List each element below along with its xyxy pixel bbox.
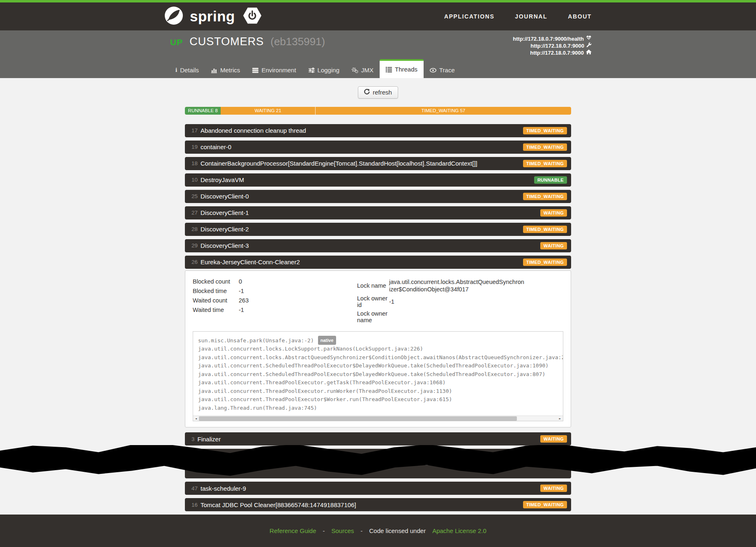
stacktrace-line: java.lang.Thread.run(Thread.java:745) [198,404,563,413]
summary-segment-runnable: RUNNABLE 8 [185,107,221,115]
horizontal-scrollbar[interactable]: ◄ ► [193,415,563,421]
application-title: UP CUSTOMERS (eb135991) [164,35,325,48]
thread-state-badge: WAITING [540,485,567,492]
thread-id: 10 [191,177,198,183]
thread-state-badge: TIMED_WAITING [523,160,567,167]
reference-guide-link[interactable]: Reference Guide [270,527,316,534]
thread-id: 25 [191,193,198,199]
thread-name: Abandoned connection cleanup thread [201,127,523,134]
thread-state-badge: WAITING [540,242,567,249]
thread-state-badge: WAITING [540,435,567,443]
thread-row[interactable]: 18 ContainerBackgroundProcessor[Standard… [185,157,571,170]
thread-id: 26 [191,259,198,265]
thread-state-badge: TIMED_WAITING [523,258,567,266]
service-url-text: http://172.18.0.7:9000 [530,49,584,56]
navbar-item-journal[interactable]: JOURNAL [515,13,547,20]
sliders-icon [309,67,315,73]
app-id: (eb135991) [270,35,325,48]
thread-row[interactable]: 19 container-0 TIMED_WAITING [185,141,571,154]
lock-value: java.util.concurrent.locks.AbstractQueue… [389,278,525,293]
stat-value: 263 [239,297,249,304]
thread-name: DiscoveryClient-0 [201,193,523,200]
scroll-right-arrow-icon[interactable]: ► [557,416,563,421]
status-badge: UP [170,37,183,47]
tab-environment[interactable]: Environment [246,62,302,78]
application-header: UP CUSTOMERS (eb135991) http://172.18.0.… [0,30,756,78]
thread-state-badge: TIMED_WAITING [523,226,567,233]
brand[interactable]: spring [164,6,263,27]
thread-row[interactable]: 26 Eureka-JerseyClient-Conn-Cleaner2 TIM… [185,256,571,269]
thread-state-badge: TIMED_WAITING [523,143,567,151]
page: spring APPLICATIONS JOURNAL ABOUT [0,0,756,547]
eye-icon [430,67,436,73]
service-links: http://172.18.0.7:9000/health http://172… [513,35,592,56]
spring-boot-hexagon-icon [242,6,263,27]
separator: - [323,527,325,534]
sources-link[interactable]: Sources [332,527,354,534]
apache-license-link[interactable]: Apache License 2.0 [432,527,486,534]
tab-threads[interactable]: Threads [380,59,424,78]
scrollbar-thumb[interactable] [199,416,517,421]
thread-name: DiscoveryClient-3 [201,242,540,249]
thread-name: ContainerBackgroundProcessor[StandardEng… [201,160,523,167]
service-url-link[interactable]: http://172.18.0.7:9000 [513,49,592,56]
thread-row[interactable]: 3 Finalizer WAITING [185,432,571,445]
brand-name: spring [190,8,235,25]
summary-segment-waiting: WAITING 21 [221,107,315,115]
threads-content: refresh RUNNABLE 8 WAITING 21 TIMED_WAIT… [185,78,571,515]
thread-row[interactable]: 28 DiscoveryClient-2 TIMED_WAITING [185,223,571,236]
native-badge: native [318,336,336,345]
thread-id: 16 [191,502,198,508]
health-url-link[interactable]: http://172.18.0.7:9000/health [513,35,592,42]
thread-detail-panel: Blocked count0 Blocked time-1 Waited cou… [185,270,571,428]
tab-trace[interactable]: Trace [424,62,461,78]
thread-row[interactable]: 42 http-nio-9000-Acceptor-0 RUNNABLE [185,449,571,462]
stat-value: 0 [239,278,242,285]
thread-state-summary-bar: RUNNABLE 8 WAITING 21 TIMED_WAITING 57 [185,107,571,115]
stacktrace-line: java.util.concurrent.ThreadPoolExecutor.… [198,387,563,396]
info-icon: i [175,67,177,74]
stat-value: -1 [239,307,244,313]
summary-segment-timed-waiting: TIMED_WAITING 57 [315,107,571,115]
navbar-item-applications[interactable]: APPLICATIONS [444,13,494,20]
thread-row[interactable]: 47 task-scheduler-9 WAITING [185,482,571,495]
thread-state-badge: TIMED_WAITING [523,127,567,134]
stacktrace-line: java.util.concurrent.ThreadPoolExecutor$… [198,395,563,404]
thread-row[interactable]: 16 Tomcat JDBC Pool Cleaner[883665748:14… [185,498,571,511]
lock-label: Lock name [357,282,389,289]
thread-row[interactable]: 10 DestroyJavaVM RUNNABLE [185,173,571,187]
thread-name: DiscoveryClient-2 [201,226,523,233]
tab-label: Trace [439,67,455,74]
thread-state-badge: TIMED_WAITING [523,193,567,200]
footer: Reference Guide - Sources - Code license… [0,515,756,547]
refresh-button[interactable]: refresh [358,86,398,99]
management-url-link[interactable]: http://172.18.0.7:9000 [513,42,592,49]
scroll-left-arrow-icon[interactable]: ◄ [193,416,199,421]
tab-metrics[interactable]: Metrics [205,62,246,78]
thread-id: 18 [191,160,198,166]
thread-name: task-scheduler-9 [201,485,540,492]
thread-row[interactable]: 25 DiscoveryClient-0 TIMED_WAITING [185,190,571,203]
lock-label: Lock owner id [357,295,389,308]
thread-state-badge: WAITING [540,209,567,217]
tab-details[interactable]: i Details [169,62,205,78]
tab-jmx[interactable]: JMX [346,62,380,78]
thread-row[interactable]: 29 DiscoveryClient-3 WAITING [185,239,571,252]
thread-name: container-0 [201,143,523,150]
nav-menu: APPLICATIONS JOURNAL ABOUT [444,13,592,20]
refresh-icon [364,89,370,96]
navbar-item-about[interactable]: ABOUT [568,13,592,20]
thread-row[interactable]: 27 DiscoveryClient-1 WAITING [185,206,571,219]
tab-logging[interactable]: Logging [302,62,346,78]
thread-state-badge: RUNNABLE [534,452,567,459]
thread-row[interactable]: 17 Abandoned connection cleanup thread T… [185,124,571,137]
stat-label: Waited time [193,307,239,313]
lock-value: -1 [389,298,525,305]
thread-name: Finalizer [198,436,540,443]
heartbeat-icon [586,35,592,42]
health-url-text: http://172.18.0.7:9000/health [513,35,584,42]
tab-label: Details [180,67,199,74]
thread-list: 17 Abandoned connection cleanup thread T… [185,124,571,512]
thread-row-redacted[interactable] [185,465,571,478]
stacktrace-box: sun.misc.Unsafe.park(Unsafe.java:-2)nati… [193,331,563,422]
